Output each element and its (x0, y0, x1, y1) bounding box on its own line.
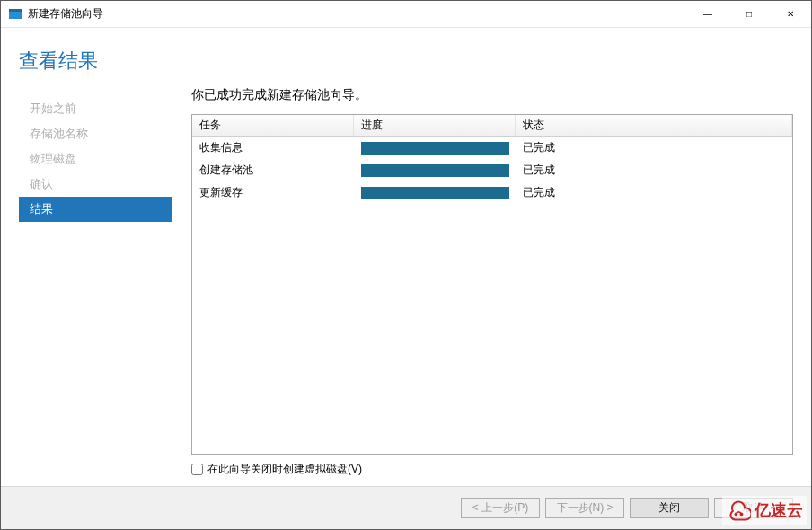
wizard-header: 查看结果 (1, 28, 811, 87)
window-title: 新建存储池向导 (28, 6, 103, 22)
results-table: 任务 进度 状态 收集信息 已完成 创建存储池 已完成 (191, 114, 793, 455)
create-vdisk-checkbox[interactable] (191, 464, 203, 475)
cell-status: 已完成 (516, 138, 792, 157)
cell-progress (354, 140, 516, 156)
cell-task: 更新缓存 (192, 183, 354, 202)
cell-status: 已完成 (516, 183, 792, 202)
cell-task: 收集信息 (192, 138, 354, 157)
create-vdisk-label: 在此向导关闭时创建虚拟磁盘(V) (207, 462, 362, 477)
column-header-status[interactable]: 状态 (516, 115, 792, 136)
sidebar-item-before-start[interactable]: 开始之前 (19, 96, 172, 121)
completion-message: 你已成功完成新建存储池向导。 (191, 87, 793, 103)
wizard-sidebar: 开始之前 存储池名称 物理磁盘 确认 结果 (19, 87, 172, 477)
content-area: 查看结果 开始之前 存储池名称 物理磁盘 确认 结果 你已成功完成新建存储池向导… (1, 28, 811, 486)
svg-rect-1 (9, 9, 22, 12)
sidebar-item-physical-disks[interactable]: 物理磁盘 (19, 146, 172, 172)
table-row: 收集信息 已完成 (192, 137, 792, 159)
cell-status: 已完成 (516, 161, 792, 180)
sidebar-item-confirm[interactable]: 确认 (19, 172, 172, 197)
cancel-button: 取消 (714, 498, 793, 518)
wizard-title: 查看结果 (19, 48, 793, 75)
wizard-window: 新建存储池向导 — □ ✕ 查看结果 开始之前 存储池名称 物理磁盘 确认 结果… (0, 0, 812, 530)
titlebar: 新建存储池向导 — □ ✕ (1, 1, 811, 28)
table-row: 创建存储池 已完成 (192, 159, 792, 181)
cell-progress (354, 163, 516, 179)
sidebar-item-results[interactable]: 结果 (19, 197, 172, 222)
main-panel: 你已成功完成新建存储池向导。 任务 进度 状态 收集信息 已完成 创建存储池 (172, 87, 793, 477)
column-header-task[interactable]: 任务 (192, 115, 354, 136)
close-button[interactable]: ✕ (770, 1, 811, 28)
column-header-progress[interactable]: 进度 (354, 115, 516, 136)
create-vdisk-checkbox-row[interactable]: 在此向导关闭时创建虚拟磁盘(V) (191, 462, 793, 477)
wizard-body: 开始之前 存储池名称 物理磁盘 确认 结果 你已成功完成新建存储池向导。 任务 … (1, 87, 811, 486)
close-wizard-button[interactable]: 关闭 (630, 498, 709, 518)
progress-bar (361, 187, 509, 199)
window-controls: — □ ✕ (687, 1, 811, 28)
maximize-button[interactable]: □ (728, 1, 770, 28)
progress-bar (361, 142, 509, 155)
sidebar-item-pool-name[interactable]: 存储池名称 (19, 121, 172, 146)
table-row: 更新缓存 已完成 (192, 181, 792, 204)
progress-bar (361, 164, 509, 177)
next-button: 下一步(N) > (545, 498, 624, 518)
minimize-button[interactable]: — (687, 1, 728, 28)
cell-progress (354, 185, 516, 201)
previous-button: < 上一步(P) (461, 498, 540, 518)
cell-task: 创建存储池 (192, 161, 354, 180)
wizard-footer: < 上一步(P) 下一步(N) > 关闭 取消 (1, 486, 811, 529)
table-header: 任务 进度 状态 (192, 115, 792, 137)
app-icon (8, 7, 22, 22)
